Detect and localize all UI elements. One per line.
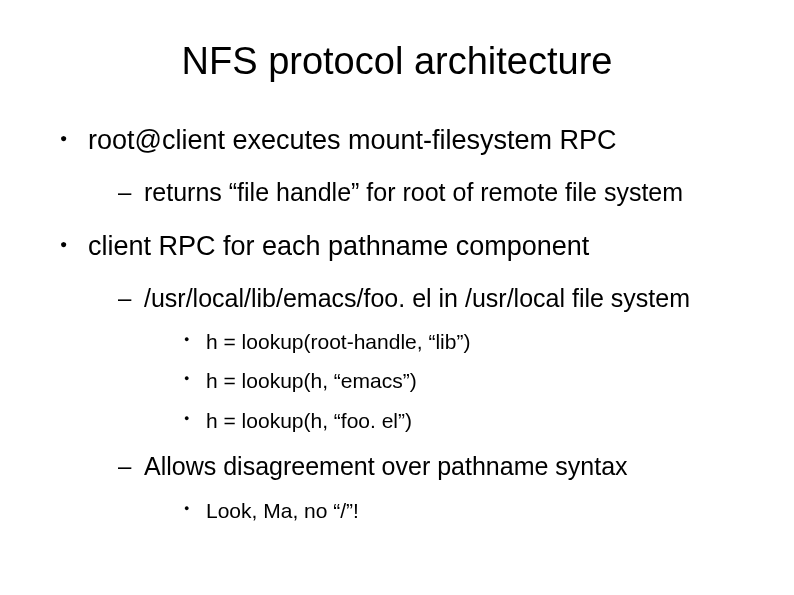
bullet-text: Allows disagreement over pathname syntax (144, 452, 628, 480)
bullet-list-level2: returns “file handle” for root of remote… (88, 176, 754, 209)
list-item: Allows disagreement over pathname syntax… (118, 450, 754, 524)
bullet-text: root@client executes mount-filesystem RP… (88, 125, 617, 155)
bullet-list-level1: root@client executes mount-filesystem RP… (40, 123, 754, 524)
list-item: h = lookup(h, “emacs”) (184, 367, 754, 394)
bullet-list-level2: /usr/local/lib/emacs/foo. el in /usr/loc… (88, 282, 754, 524)
bullet-text: h = lookup(root-handle, “lib”) (206, 330, 470, 353)
slide-title: NFS protocol architecture (40, 40, 754, 83)
list-item: /usr/local/lib/emacs/foo. el in /usr/loc… (118, 282, 754, 434)
bullet-text: h = lookup(h, “emacs”) (206, 369, 417, 392)
list-item: h = lookup(h, “foo. el”) (184, 407, 754, 434)
list-item: Look, Ma, no “/”! (184, 497, 754, 524)
list-item: returns “file handle” for root of remote… (118, 176, 754, 209)
list-item: client RPC for each pathname component /… (60, 229, 754, 524)
bullet-text: h = lookup(h, “foo. el”) (206, 409, 412, 432)
bullet-list-level3: Look, Ma, no “/”! (144, 497, 754, 524)
slide: NFS protocol architecture root@client ex… (0, 0, 794, 595)
bullet-text: Look, Ma, no “/”! (206, 499, 359, 522)
bullet-text: client RPC for each pathname component (88, 231, 589, 261)
list-item: h = lookup(root-handle, “lib”) (184, 328, 754, 355)
bullet-text: /usr/local/lib/emacs/foo. el in /usr/loc… (144, 284, 690, 312)
bullet-text: returns “file handle” for root of remote… (144, 178, 683, 206)
list-item: root@client executes mount-filesystem RP… (60, 123, 754, 209)
bullet-list-level3: h = lookup(root-handle, “lib”) h = looku… (144, 328, 754, 434)
